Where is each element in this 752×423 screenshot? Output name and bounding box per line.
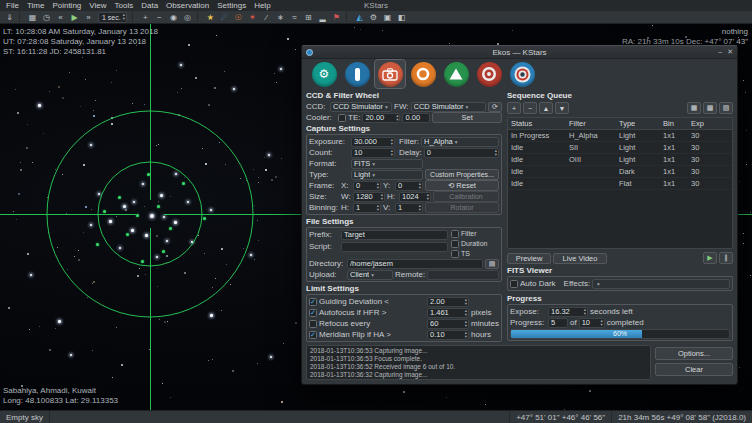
- spin-arrows-icon[interactable]: [419, 204, 421, 212]
- milkyway-toggle-icon[interactable]: ≈: [288, 11, 301, 23]
- spin-arrows-icon[interactable]: [391, 138, 393, 146]
- spin-arrows-icon[interactable]: [419, 182, 421, 190]
- add-job-icon[interactable]: +: [507, 102, 521, 114]
- calibration-button[interactable]: Calibration: [433, 191, 499, 202]
- pause-sequence-icon[interactable]: ∥: [719, 252, 733, 264]
- spin-arrows-icon[interactable]: [465, 298, 467, 306]
- zoom-out-icon[interactable]: −: [153, 11, 166, 23]
- indi-control-panel-icon[interactable]: ⚙: [367, 11, 380, 23]
- constellation-lines-toggle-icon[interactable]: ⁄: [260, 11, 273, 23]
- custom-properties-button[interactable]: Custom Properties...: [425, 169, 499, 180]
- size-h-input[interactable]: 1024: [399, 192, 431, 202]
- spin-arrows-icon[interactable]: [465, 331, 467, 339]
- reset-frame-button[interactable]: ⟲Reset: [425, 180, 499, 191]
- upload-mode-select[interactable]: Client: [347, 270, 393, 280]
- sequence-row[interactable]: IdleSIILight1x130: [508, 142, 732, 154]
- sky-map[interactable]: LT: 10:28:08 AM Saturday, January 13 201…: [0, 24, 752, 410]
- open-sequence-icon[interactable]: ▦: [687, 102, 701, 114]
- rotator-button[interactable]: Rotator: [425, 202, 499, 213]
- frame-type-select[interactable]: Light: [351, 170, 423, 180]
- save-sequence-icon[interactable]: ▩: [703, 102, 717, 114]
- deepsky-toggle-icon[interactable]: ☄: [218, 11, 231, 23]
- horizon-toggle-icon[interactable]: ▂: [316, 11, 329, 23]
- live-video-button[interactable]: Live Video: [553, 253, 607, 264]
- total-count-input[interactable]: 10: [579, 318, 605, 328]
- spin-arrows-icon[interactable]: [495, 149, 497, 157]
- prefix-filter-checkbox[interactable]: [451, 230, 459, 238]
- remote-input[interactable]: [427, 270, 499, 280]
- menu-item-pointing[interactable]: Pointing: [48, 1, 85, 10]
- refocus-input[interactable]: 60: [427, 319, 469, 329]
- menu-item-tools[interactable]: Tools: [111, 1, 138, 10]
- filter-select[interactable]: H_Alpha: [421, 137, 499, 147]
- spin-arrows-icon[interactable]: [123, 13, 125, 21]
- constellation-names-toggle-icon[interactable]: ∗: [274, 11, 287, 23]
- menu-item-observation[interactable]: Observation: [162, 1, 213, 10]
- menu-item-help[interactable]: Help: [250, 1, 274, 10]
- close-icon[interactable]: ✕: [727, 48, 733, 56]
- spin-arrows-icon[interactable]: [600, 319, 602, 327]
- sequence-row[interactable]: IdleFlat1x130: [508, 178, 732, 190]
- browse-folder-icon[interactable]: ▤: [485, 259, 499, 269]
- set-temperature-button[interactable]: Set: [432, 112, 502, 123]
- exposure-input[interactable]: 30.000: [351, 137, 395, 147]
- meridian-flip-input[interactable]: 0.10: [427, 330, 469, 340]
- bin-h-input[interactable]: 1: [353, 203, 381, 213]
- start-sequence-icon[interactable]: ▶: [703, 252, 717, 264]
- cooler-checkbox[interactable]: [338, 114, 346, 122]
- spin-arrows-icon[interactable]: [465, 309, 467, 317]
- move-down-icon[interactable]: ▼: [555, 102, 569, 114]
- meridian-flip-checkbox[interactable]: [309, 331, 317, 339]
- sequence-row[interactable]: In ProgressH_AlphaLight1x130: [508, 130, 732, 142]
- frame-x-input[interactable]: 0: [353, 181, 381, 191]
- count-input[interactable]: 10: [351, 148, 395, 158]
- focus-tab[interactable]: [408, 60, 438, 88]
- find-object-icon[interactable]: ◉: [167, 11, 180, 23]
- spin-arrows-icon[interactable]: [396, 114, 398, 122]
- time-step-spinbox[interactable]: 1 sec.: [98, 12, 127, 23]
- prefix-ts-checkbox[interactable]: [451, 250, 459, 258]
- spin-arrows-icon[interactable]: [465, 320, 467, 328]
- spin-arrows-icon[interactable]: [381, 193, 383, 201]
- directory-input[interactable]: /home/jasem: [347, 259, 483, 269]
- menu-item-time[interactable]: Time: [23, 1, 48, 10]
- size-w-input[interactable]: 1280: [353, 192, 385, 202]
- align-tab[interactable]: [474, 60, 504, 88]
- format-select[interactable]: FITS: [351, 159, 423, 169]
- bin-v-input[interactable]: 1: [395, 203, 423, 213]
- spin-arrows-icon[interactable]: [377, 182, 379, 190]
- equatorial-grid-toggle-icon[interactable]: ⊞: [302, 11, 315, 23]
- effects-select[interactable]: [592, 279, 730, 289]
- ekos-icon[interactable]: ◭: [353, 11, 366, 23]
- guide-deviation-input[interactable]: 2.00: [427, 297, 469, 307]
- save-sequence-as-icon[interactable]: ▨: [719, 102, 733, 114]
- calendar-icon[interactable]: ▦: [26, 11, 39, 23]
- menu-item-data[interactable]: Data: [137, 1, 162, 10]
- column-status[interactable]: Status: [508, 119, 566, 128]
- frame-y-input[interactable]: 0: [395, 181, 423, 191]
- prefix-input[interactable]: Target: [341, 230, 448, 240]
- spin-arrows-icon[interactable]: [391, 149, 393, 157]
- column-type[interactable]: Type: [616, 119, 660, 128]
- clear-log-button[interactable]: Clear: [655, 363, 733, 376]
- supernovae-toggle-icon[interactable]: ✶: [246, 11, 259, 23]
- autofocus-hfr-checkbox[interactable]: [309, 309, 317, 317]
- guide-deviation-checkbox[interactable]: [309, 298, 317, 306]
- setup-tab[interactable]: ⚙: [309, 60, 339, 88]
- column-filter[interactable]: Filter: [566, 119, 616, 128]
- log-view[interactable]: 2018-01-13T10:36:53 Capturing image...20…: [306, 345, 651, 380]
- flags-toggle-icon[interactable]: ⚑: [330, 11, 343, 23]
- remove-job-icon[interactable]: −: [523, 102, 537, 114]
- autofocus-hfr-input[interactable]: 1.461: [427, 308, 469, 318]
- guide-tab[interactable]: [507, 60, 537, 88]
- filter-wheel-select[interactable]: CCD Simulator: [411, 102, 486, 112]
- sequence-row[interactable]: IdleDark1x130: [508, 166, 732, 178]
- minimize-icon[interactable]: –: [718, 48, 722, 56]
- sequence-row[interactable]: IdleOIIILight1x130: [508, 154, 732, 166]
- move-up-icon[interactable]: ▲: [539, 102, 553, 114]
- menu-item-view[interactable]: View: [85, 1, 110, 10]
- clock-icon[interactable]: ◷: [40, 11, 53, 23]
- play-icon[interactable]: ▶: [68, 11, 81, 23]
- auto-dark-checkbox[interactable]: [510, 280, 518, 288]
- delay-input[interactable]: 0: [424, 148, 499, 158]
